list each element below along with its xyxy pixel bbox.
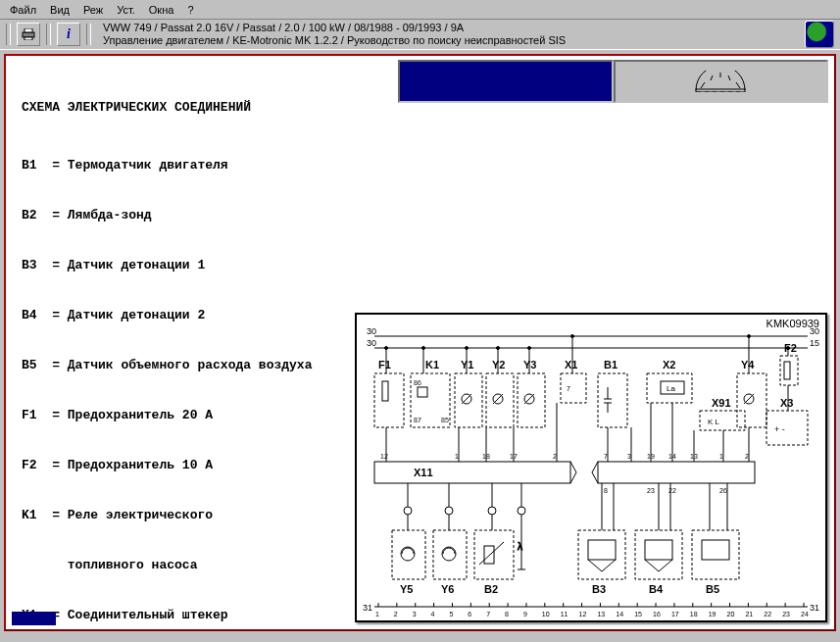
menu-item[interactable]: ?: [187, 4, 193, 16]
svg-rect-107: [692, 530, 739, 579]
svg-text:La: La: [667, 384, 675, 393]
svg-text:2: 2: [394, 611, 398, 617]
gauge-icon: [691, 71, 750, 92]
svg-text:23: 23: [782, 611, 790, 617]
svg-text:K  L: K L: [708, 418, 720, 426]
toolbar-separator: [6, 24, 11, 45]
svg-text:X3: X3: [780, 397, 793, 409]
svg-rect-54: [374, 462, 570, 483]
svg-rect-14: [486, 373, 514, 427]
svg-rect-1: [25, 28, 32, 32]
svg-text:4: 4: [431, 611, 435, 617]
svg-rect-20: [780, 356, 798, 385]
legend-row: B5 = Датчик объемного расхода воздуха: [22, 357, 384, 373]
svg-text:1: 1: [455, 453, 459, 460]
svg-point-133: [445, 507, 453, 515]
svg-text:Y3: Y3: [523, 359, 536, 370]
svg-text:X11: X11: [414, 467, 433, 478]
svg-point-90: [787, 347, 790, 350]
svg-text:18: 18: [690, 611, 698, 617]
svg-rect-119: [588, 540, 616, 560]
svg-rect-55: [598, 462, 755, 483]
svg-rect-0: [23, 32, 34, 37]
svg-point-95: [497, 347, 500, 350]
tab-gauge[interactable]: [614, 60, 829, 103]
menu-item[interactable]: Файл: [10, 4, 36, 16]
svg-text:X1: X1: [565, 359, 577, 370]
svg-text:12: 12: [380, 453, 388, 460]
svg-text:85: 85: [441, 417, 449, 423]
svg-text:X91: X91: [712, 397, 731, 409]
svg-point-76: [422, 347, 425, 350]
legend-row: F1 = Предохранитель 20 А: [22, 407, 384, 423]
svg-line-4: [711, 75, 713, 80]
svg-text:10: 10: [542, 611, 550, 617]
svg-text:31: 31: [810, 603, 819, 613]
app-logo-icon: [805, 21, 834, 48]
svg-text:19: 19: [709, 611, 716, 617]
svg-text:B1: B1: [604, 359, 618, 370]
tab-active[interactable]: [398, 60, 614, 103]
menu-item[interactable]: Реж: [83, 4, 103, 16]
toolbar-separator: [86, 24, 91, 45]
svg-text:8: 8: [505, 611, 509, 617]
print-button[interactable]: [17, 23, 40, 46]
svg-line-117: [479, 542, 504, 565]
menu-item[interactable]: Вид: [50, 4, 70, 16]
info-button[interactable]: i: [57, 23, 80, 46]
svg-text:2: 2: [553, 453, 557, 460]
svg-text:1: 1: [375, 611, 379, 617]
printer-icon: [22, 28, 35, 40]
svg-point-93: [466, 347, 469, 350]
svg-text:14: 14: [616, 611, 623, 617]
svg-text:26: 26: [719, 487, 727, 494]
svg-point-115: [442, 547, 456, 561]
svg-text:21: 21: [745, 611, 753, 617]
legend-row: X1 = Соединительный штекер: [22, 607, 384, 623]
svg-text:7: 7: [486, 611, 490, 617]
legend-row: B1 = Термодатчик двигателя: [22, 157, 384, 173]
svg-text:K1: K1: [425, 359, 439, 370]
toolbar-separator: [46, 24, 51, 45]
svg-text:2: 2: [745, 453, 749, 460]
menu-item[interactable]: Окна: [149, 4, 174, 16]
rail-label: 30: [367, 338, 376, 348]
svg-text:3: 3: [627, 453, 631, 460]
status-indicator: [12, 612, 56, 625]
svg-rect-22: [766, 411, 808, 445]
svg-text:22: 22: [764, 611, 771, 617]
svg-text:F2: F2: [784, 342, 797, 354]
svg-rect-102: [392, 530, 425, 579]
svg-text:6: 6: [468, 611, 471, 617]
svg-rect-17: [598, 373, 627, 427]
svg-text:31: 31: [363, 603, 372, 613]
svg-rect-2: [25, 37, 32, 40]
svg-rect-121: [702, 540, 729, 560]
svg-text:Y2: Y2: [492, 359, 505, 370]
svg-text:5: 5: [449, 611, 453, 617]
legend-row: B3 = Датчик детонации 1: [22, 257, 384, 273]
svg-point-74: [385, 347, 388, 350]
svg-text:23: 23: [647, 487, 655, 494]
svg-text:B3: B3: [592, 583, 606, 595]
svg-text:1: 1: [719, 453, 723, 460]
svg-line-6: [728, 75, 730, 80]
svg-rect-15: [518, 373, 545, 427]
svg-text:Y6: Y6: [441, 583, 454, 595]
svg-text:3: 3: [413, 611, 417, 617]
svg-text:9: 9: [523, 611, 527, 617]
svg-text:86: 86: [414, 379, 421, 386]
svg-text:20: 20: [727, 611, 735, 617]
svg-point-135: [518, 507, 525, 515]
svg-line-7: [736, 82, 740, 88]
svg-point-99: [571, 335, 574, 338]
tab-strip: [398, 60, 828, 103]
svg-rect-103: [433, 530, 467, 579]
menu-item[interactable]: Уст.: [117, 4, 135, 16]
svg-rect-19: [737, 373, 766, 427]
wiring-diagram: KMK09939 30 30 30 15: [355, 313, 827, 622]
legend-row: F2 = Предохранитель 10 А: [22, 457, 384, 473]
svg-point-134: [488, 507, 496, 515]
wiring-legend: СХЕМА ЭЛЕКТРИЧЕСКИХ СОЕДИНЕНИЙ B1 = Терм…: [22, 66, 384, 642]
svg-line-3: [701, 82, 705, 88]
